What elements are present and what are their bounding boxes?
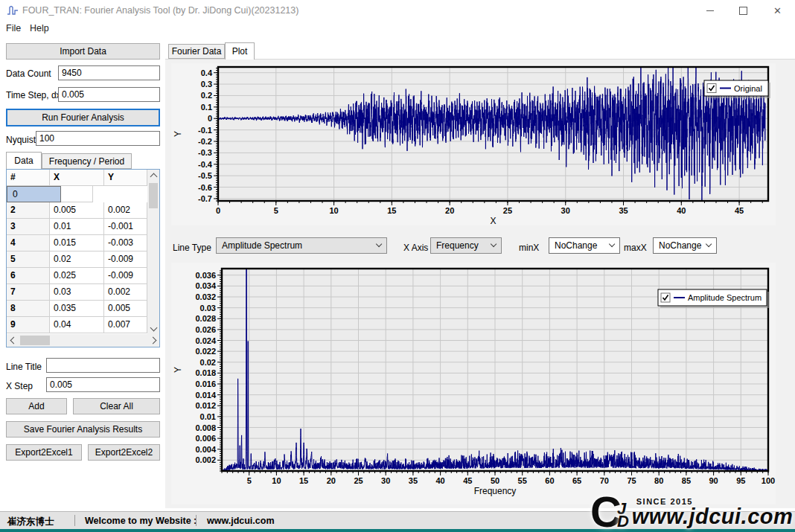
export2excel1-button[interactable]: Export2Excel1 (6, 444, 82, 461)
time-step-input[interactable] (58, 87, 160, 102)
table-cell[interactable]: 0.025 (50, 268, 104, 284)
horizontal-scroll-thumb[interactable] (20, 336, 50, 345)
table-cell[interactable]: 0.035 (50, 301, 104, 317)
svg-text:-0.1: -0.1 (198, 126, 212, 135)
close-button[interactable]: ✕ (760, 0, 795, 21)
line-title-input[interactable] (46, 358, 160, 373)
jdcui-logo: C J D (590, 495, 629, 528)
menu-help[interactable]: Help (30, 23, 49, 33)
table-cell[interactable]: 0.04 (50, 317, 104, 333)
table-cell[interactable]: -0.009 (104, 251, 147, 268)
minx-dropdown[interactable]: NoChange (549, 237, 620, 254)
svg-text:35: 35 (409, 476, 418, 485)
table-cell[interactable]: 0.002 (104, 202, 147, 219)
svg-text:-0.6: -0.6 (198, 183, 212, 192)
scroll-right-arrow-icon[interactable] (147, 334, 159, 346)
row-header-cell[interactable]: 8 (7, 301, 50, 317)
tab-frequency-period[interactable]: Frequency / Period (42, 153, 132, 169)
svg-text:0.024: 0.024 (195, 336, 216, 345)
svg-text:5: 5 (274, 206, 278, 215)
add-button[interactable]: Add (6, 398, 67, 414)
menu-file[interactable]: File (6, 23, 21, 33)
svg-text:-0.2: -0.2 (198, 137, 212, 146)
table-cell[interactable]: 0.007 (104, 317, 147, 333)
table-cell[interactable]: 0.01 (50, 219, 104, 235)
line-type-dropdown[interactable]: Amplitude Spectrum (216, 237, 387, 254)
svg-text:0: 0 (216, 206, 220, 215)
app-window: FOUR_TRAN: Fourier Analysis Tool (by Dr.… (0, 0, 795, 532)
tab-plot[interactable]: Plot (225, 42, 255, 60)
logo-letter-c: C (590, 495, 620, 528)
clear-all-button[interactable]: Clear All (73, 398, 160, 414)
legend-label: Original (734, 84, 762, 93)
table-cell[interactable]: 0.002 (104, 284, 147, 301)
chevron-down-icon (706, 241, 712, 248)
title-bar: FOUR_TRAN: Fourier Analysis Tool (by Dr.… (0, 0, 795, 21)
svg-text:0.02: 0.02 (200, 358, 216, 367)
legend-checkbox[interactable] (661, 293, 670, 302)
svg-text:0: 0 (208, 114, 212, 123)
legend-checkbox[interactable] (707, 84, 716, 93)
table-row: 60.025-0.009 (7, 268, 159, 284)
x-step-input[interactable] (46, 377, 160, 392)
close-icon: ✕ (773, 6, 782, 16)
column-header-x: X (50, 170, 104, 186)
maximize-button[interactable] (727, 0, 760, 21)
table-cell[interactable]: 0.005 (104, 301, 147, 317)
watermark-site: www.jdcui.com (632, 506, 794, 528)
table-row: 100 (7, 186, 159, 202)
nyquist-input[interactable] (36, 131, 160, 146)
row-header-cell[interactable]: 7 (7, 284, 50, 301)
row-header-cell[interactable]: 5 (7, 251, 50, 268)
status-website-link[interactable]: www.jdcui.com (207, 516, 275, 526)
scroll-down-arrow-icon[interactable] (147, 322, 159, 334)
maxx-dropdown[interactable]: NoChange (653, 237, 717, 254)
row-header-cell[interactable]: 4 (7, 235, 50, 251)
svg-text:0.028: 0.028 (195, 314, 216, 323)
x-axis-dropdown[interactable]: Frequency (430, 237, 502, 254)
run-fourier-analysis-button[interactable]: Run Fourier Analysis (6, 109, 160, 126)
tab-fourier-data[interactable]: Fourier Data (168, 44, 225, 59)
table-horizontal-scrollbar[interactable] (7, 334, 159, 347)
table-cell[interactable]: 0.015 (50, 235, 104, 251)
status-separator (74, 515, 75, 526)
table-row: 70.030.002 (7, 284, 159, 301)
row-header-cell[interactable]: 9 (7, 317, 50, 333)
table-cell[interactable]: -0.001 (104, 219, 147, 235)
export2excel2-button[interactable]: Export2Excel2 (88, 444, 160, 461)
original-signal-chart: 0510152025303540450.40.30.20.10-0.1-0.2-… (171, 63, 776, 225)
time-step-label: Time Step, dx (6, 90, 61, 100)
scroll-left-arrow-icon[interactable] (7, 334, 19, 346)
column-header-y: Y (104, 170, 147, 186)
table-cell[interactable]: 0 (7, 186, 61, 202)
line-title-label: Line Title (6, 362, 42, 372)
tab-data[interactable]: Data (6, 152, 42, 169)
plot-panel: 0510152025303540450.40.30.20.10-0.1-0.2-… (165, 59, 795, 508)
chevron-down-icon (609, 241, 616, 248)
window-title: FOUR_TRAN: Fourier Analysis Tool (by Dr.… (22, 5, 298, 16)
svg-text:0.004: 0.004 (195, 445, 216, 454)
save-results-button[interactable]: Save Fourier Analysis Results (6, 421, 160, 438)
table-cell[interactable]: 0.005 (50, 202, 104, 219)
table-cell[interactable]: -0.009 (104, 268, 147, 284)
row-header-cell[interactable]: 3 (7, 219, 50, 235)
line-type-label: Line Type (173, 243, 211, 253)
table-cell[interactable]: 0.03 (50, 284, 104, 301)
table-vertical-scrollbar[interactable] (147, 170, 159, 334)
maximize-icon (739, 7, 747, 15)
svg-text:0.034: 0.034 (195, 281, 216, 290)
table-cell[interactable]: 0.02 (50, 251, 104, 268)
import-data-button[interactable]: Import Data (6, 43, 160, 60)
svg-text:50: 50 (491, 476, 499, 485)
vertical-scroll-thumb[interactable] (149, 183, 158, 208)
x-axis-value: Frequency (436, 240, 479, 251)
table-cell[interactable]: -0.003 (104, 235, 147, 251)
row-header-cell[interactable]: 6 (7, 268, 50, 284)
scroll-up-arrow-icon[interactable] (147, 170, 159, 182)
minimize-button[interactable] (693, 0, 727, 21)
row-header-cell[interactable]: 2 (7, 202, 50, 219)
svg-text:45: 45 (463, 476, 472, 485)
svg-text:0.018: 0.018 (195, 368, 216, 377)
table-row: 20.0050.002 (7, 202, 159, 219)
data-count-input[interactable] (58, 65, 160, 80)
